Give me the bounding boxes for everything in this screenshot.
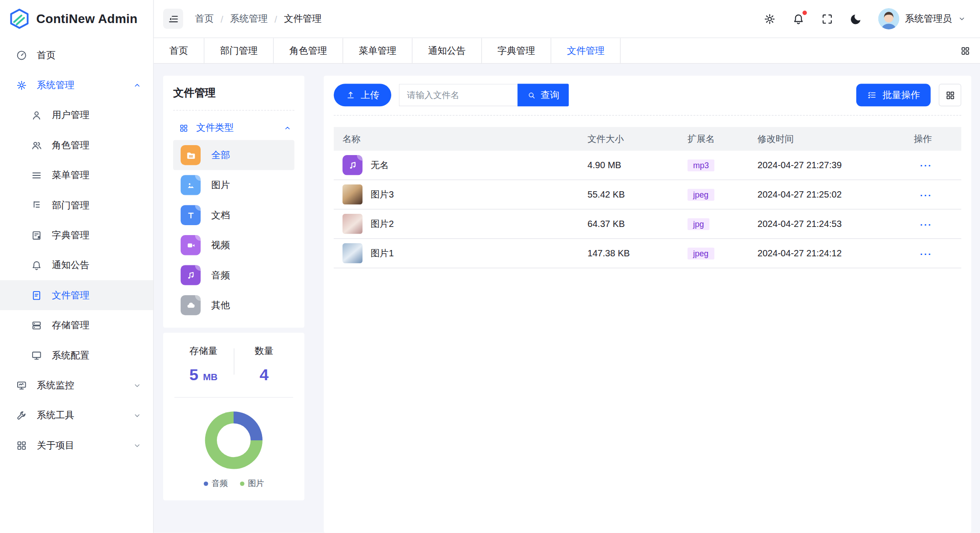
audio-file-icon: [342, 155, 362, 175]
sidebar-item-about-project[interactable]: 关于项目: [0, 430, 153, 460]
modified-time: 2024-04-27 21:24:12: [758, 248, 914, 258]
sidebar-item-user-management[interactable]: 用户管理: [0, 100, 153, 130]
image-thumbnail: [342, 184, 362, 204]
sidebar-item-label: 菜单管理: [52, 169, 142, 181]
table-row[interactable]: 图片3 55.42 KB jpeg 2024-04-27 21:25:02 ··…: [334, 180, 961, 209]
tab-menu[interactable]: 菜单管理: [343, 38, 413, 63]
user-icon: [31, 109, 42, 121]
tab-label: 首页: [169, 45, 188, 57]
sidebar-item-label: 系统监控: [37, 379, 123, 391]
table-row[interactable]: 图片2 64.37 KB jpg 2024-04-27 21:24:53 ···: [334, 209, 961, 239]
row-actions-button[interactable]: ···: [920, 189, 932, 200]
grid-view-icon: [945, 90, 956, 101]
grid-view-toggle-button[interactable]: [939, 84, 961, 106]
tab-department[interactable]: 部门管理: [204, 38, 274, 63]
breadcrumb: 首页 / 系统管理 / 文件管理: [195, 13, 322, 24]
tab-label: 通知公告: [428, 45, 466, 57]
table-row[interactable]: 无名 4.90 MB mp3 2024-04-27 21:27:39 ···: [334, 151, 961, 180]
file-type-image[interactable]: 图片: [173, 170, 294, 200]
breadcrumb-item[interactable]: 系统管理: [230, 13, 267, 24]
query-button[interactable]: 查询: [517, 84, 568, 106]
gear-icon: [16, 79, 28, 91]
tab-home[interactable]: 首页: [154, 38, 204, 63]
file-type-all[interactable]: 全部: [173, 140, 294, 170]
stats-divider: [234, 348, 234, 374]
sidebar-item-role-management[interactable]: 角色管理: [0, 130, 153, 160]
upload-button[interactable]: 上传: [334, 84, 391, 106]
file-type-other[interactable]: 其他: [173, 290, 294, 320]
apps-icon: [16, 439, 28, 451]
dark-mode-moon-icon[interactable]: [849, 12, 863, 25]
main-column: 首页 / 系统管理 / 文件管理: [154, 0, 980, 533]
upload-icon: [346, 90, 356, 100]
user-menu[interactable]: 系统管理员: [878, 8, 966, 29]
sidebar-item-label: 存储管理: [52, 319, 142, 331]
sidebar-item-notice[interactable]: 通知公告: [0, 250, 153, 280]
tab-dictionary[interactable]: 字典管理: [482, 38, 552, 63]
file-type-label: 图片: [211, 179, 230, 191]
sidebar-item-system-tools[interactable]: 系统工具: [0, 400, 153, 430]
breadcrumb-separator: /: [220, 14, 223, 24]
monitor-icon: [31, 349, 42, 361]
file-icon: [31, 289, 42, 301]
column-header-name: 名称: [342, 133, 587, 145]
extension-badge: jpeg: [688, 247, 714, 259]
fullscreen-icon[interactable]: [821, 12, 834, 25]
notification-bell-icon[interactable]: [792, 12, 805, 25]
sidebar-item-label: 首页: [37, 49, 142, 61]
sidebar-item-system-management[interactable]: 系统管理: [0, 70, 153, 100]
dashed-divider: [173, 110, 294, 110]
content-area: 文件管理 文件类型 全部: [154, 64, 980, 533]
file-size: 64.37 KB: [587, 219, 687, 229]
legend-dot: [239, 481, 244, 486]
breadcrumb-item[interactable]: 首页: [195, 13, 214, 24]
storage-icon: [31, 319, 42, 331]
chevron-down-icon: [132, 441, 142, 450]
file-type-document[interactable]: 文档: [173, 200, 294, 230]
sidebar-item-system-monitor[interactable]: 系统监控: [0, 370, 153, 400]
file-type-audio[interactable]: 音频: [173, 260, 294, 290]
column-header-actions: 操作: [914, 133, 961, 145]
sidebar-item-department-management[interactable]: 部门管理: [0, 190, 153, 220]
sidebar-item-label: 字典管理: [52, 229, 142, 241]
legend-item-audio[interactable]: 音频: [203, 478, 228, 489]
search-input[interactable]: [399, 84, 518, 106]
tabs-overview-button[interactable]: [951, 38, 980, 63]
sidebar-item-label: 通知公告: [52, 259, 142, 271]
file-type-video[interactable]: 视频: [173, 230, 294, 260]
settings-gear-icon[interactable]: [763, 12, 776, 25]
wrench-icon: [16, 409, 28, 421]
file-count-stat: 数量 4: [234, 345, 294, 385]
menu-lines-icon: [31, 169, 42, 181]
tab-file-management[interactable]: 文件管理: [551, 38, 621, 63]
table-row[interactable]: 图片1 147.38 KB jpeg 2024-04-27 21:24:12 ·…: [334, 239, 961, 268]
tree-icon: [31, 199, 42, 211]
sidebar-collapse-button[interactable]: [163, 9, 183, 28]
row-actions-button[interactable]: ···: [920, 248, 932, 259]
sidebar-item-menu-management[interactable]: 菜单管理: [0, 160, 153, 190]
file-size: 147.38 KB: [587, 248, 687, 258]
sidebar-item-dictionary-management[interactable]: 字典管理: [0, 220, 153, 250]
storage-chart: 音频 图片: [173, 411, 294, 489]
tab-label: 字典管理: [497, 45, 535, 57]
table-header: 名称 文件大小 扩展名 修改时间 操作: [334, 127, 961, 151]
file-name: 无名: [370, 159, 389, 171]
batch-operation-label: 批量操作: [882, 89, 920, 101]
tab-notice[interactable]: 通知公告: [413, 38, 482, 63]
file-table: 名称 文件大小 扩展名 修改时间 操作 无名 4.90 MB: [334, 127, 961, 269]
users-icon: [31, 139, 42, 151]
row-actions-button[interactable]: ···: [920, 160, 932, 170]
sidebar-item-file-management[interactable]: 文件管理: [0, 280, 153, 310]
tab-role[interactable]: 角色管理: [274, 38, 343, 63]
apps-grid-icon: [960, 45, 971, 56]
chevron-down-icon: [957, 14, 966, 23]
left-column: 文件管理 文件类型 全部: [154, 75, 314, 533]
sidebar-item-storage-management[interactable]: 存储管理: [0, 310, 153, 340]
file-type-label: 音频: [211, 269, 230, 281]
row-actions-button[interactable]: ···: [920, 218, 932, 229]
sidebar-item-home[interactable]: 首页: [0, 40, 153, 70]
sidebar-item-system-config[interactable]: 系统配置: [0, 340, 153, 370]
file-type-group-header[interactable]: 文件类型: [173, 118, 294, 140]
batch-operation-button[interactable]: 批量操作: [856, 84, 931, 106]
legend-item-image[interactable]: 图片: [239, 478, 264, 489]
